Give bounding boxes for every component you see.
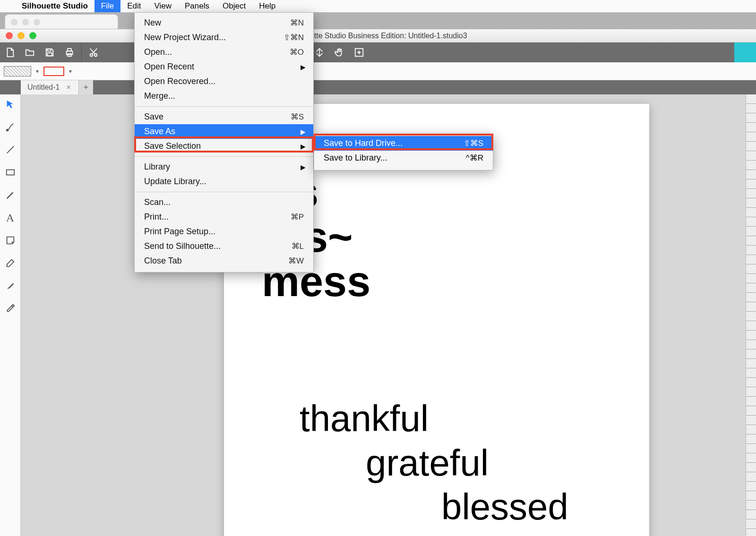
app-window: Silhouette Studio Business Edition: Unti…	[0, 29, 756, 536]
menu-item-close-tab[interactable]: Close Tab⌘W	[135, 254, 313, 268]
right-panel-tab[interactable]	[734, 43, 756, 62]
draw-tool-icon[interactable]	[3, 188, 17, 202]
submenu-item-save-to-library[interactable]: Save to Library...^⌘R	[314, 151, 493, 165]
menu-help[interactable]: Help	[252, 0, 282, 12]
line-tool-icon[interactable]	[3, 143, 17, 157]
menu-view[interactable]: View	[147, 0, 178, 12]
knife-tool-icon[interactable]	[3, 279, 17, 293]
save-icon[interactable]	[40, 43, 60, 62]
print-icon[interactable]	[60, 43, 79, 62]
menu-item-print-page-setup[interactable]: Print Page Setup...	[135, 224, 313, 239]
vertical-ruler	[746, 94, 756, 536]
svg-point-5	[90, 54, 93, 57]
close-tab-icon[interactable]: ×	[66, 83, 70, 92]
eraser-tool-icon[interactable]	[3, 256, 17, 270]
fill-swatch[interactable]	[4, 66, 31, 77]
menu-item-open-recovered[interactable]: Open Recovered...	[135, 74, 313, 89]
eyedropper-tool-icon[interactable]	[3, 301, 17, 315]
window-close-button[interactable]	[6, 32, 13, 39]
app-name[interactable]: Silhouette Studio	[15, 1, 94, 11]
menu-item-new-project-wizard[interactable]: New Project Wizard...⇧⌘N	[135, 30, 313, 45]
document-tabs: Untitled-1 × +	[0, 80, 756, 94]
text-tool-icon[interactable]: A	[3, 211, 17, 225]
line-dropdown-icon[interactable]: ▾	[69, 68, 72, 75]
menu-item-print[interactable]: Print...⌘P	[135, 210, 313, 224]
submenu-arrow-icon: ▶	[301, 163, 306, 171]
menu-item-new[interactable]: New⌘N	[135, 16, 313, 30]
macos-menubar: Silhouette Studio File Edit View Panels …	[0, 0, 756, 12]
svg-point-6	[94, 54, 97, 57]
window-titlebar: Silhouette Studio Business Edition: Unti…	[0, 29, 756, 43]
submenu-item-save-to-hard-drive[interactable]: Save to Hard Drive...⇧⌘S	[314, 136, 493, 151]
menu-item-save[interactable]: Save⌘S	[135, 110, 313, 124]
select-tool-icon[interactable]	[3, 97, 17, 111]
submenu-arrow-icon: ▶	[301, 143, 306, 150]
menu-panels[interactable]: Panels	[178, 0, 216, 12]
open-folder-icon[interactable]	[20, 43, 40, 62]
menu-item-merge[interactable]: Merge...	[135, 89, 313, 103]
menu-item-update-library[interactable]: Update Library...	[135, 174, 313, 189]
add-tab-button[interactable]: +	[79, 80, 93, 94]
new-file-icon[interactable]	[0, 43, 20, 62]
options-bar: ▾ ▾	[0, 62, 756, 80]
svg-point-15	[6, 129, 8, 131]
artwork-thankful-grateful-blessed: thankful grateful blessed	[300, 397, 568, 529]
window-zoom-button[interactable]	[29, 32, 36, 39]
menu-item-scan[interactable]: Scan...	[135, 195, 313, 210]
window-minimize-button[interactable]	[17, 32, 25, 39]
left-tool-strip: A	[0, 94, 21, 536]
background-window	[5, 14, 118, 30]
menu-item-send-to-silhouette[interactable]: Send to Silhouette...⌘L	[135, 239, 313, 254]
svg-rect-3	[68, 49, 71, 51]
file-menu-dropdown: New⌘N New Project Wizard...⇧⌘N Open...⌘O…	[134, 12, 314, 272]
svg-rect-1	[47, 53, 52, 56]
window-title: Silhouette Studio Business Edition: Unti…	[289, 32, 467, 40]
svg-rect-16	[6, 170, 14, 175]
menu-edit[interactable]: Edit	[120, 0, 147, 12]
cut-icon[interactable]	[84, 43, 103, 62]
menu-item-save-as[interactable]: Save As▶	[135, 124, 313, 139]
save-as-submenu: Save to Hard Drive...⇧⌘S Save to Library…	[314, 134, 493, 170]
rectangle-tool-icon[interactable]	[3, 165, 17, 179]
submenu-arrow-icon: ▶	[301, 63, 306, 71]
line-swatch[interactable]	[43, 67, 64, 76]
menu-item-open-recent[interactable]: Open Recent▶	[135, 60, 313, 74]
document-tab[interactable]: Untitled-1 ×	[21, 80, 79, 94]
svg-rect-0	[47, 49, 51, 51]
main-toolbar	[0, 43, 756, 62]
fill-dropdown-icon[interactable]: ▾	[36, 68, 39, 75]
edit-points-tool-icon[interactable]	[3, 120, 17, 134]
menu-item-open[interactable]: Open...⌘O	[135, 45, 313, 60]
menu-object[interactable]: Object	[216, 0, 252, 12]
submenu-arrow-icon: ▶	[301, 128, 306, 136]
note-tool-icon[interactable]	[3, 233, 17, 247]
document-tab-label: Untitled-1	[27, 83, 60, 92]
fit-page-icon[interactable]	[349, 43, 369, 62]
menu-file[interactable]: File	[94, 0, 120, 12]
menu-item-library[interactable]: Library▶	[135, 160, 313, 174]
menu-item-save-selection[interactable]: Save Selection▶	[135, 139, 313, 153]
pan-hand-icon[interactable]	[329, 43, 349, 62]
